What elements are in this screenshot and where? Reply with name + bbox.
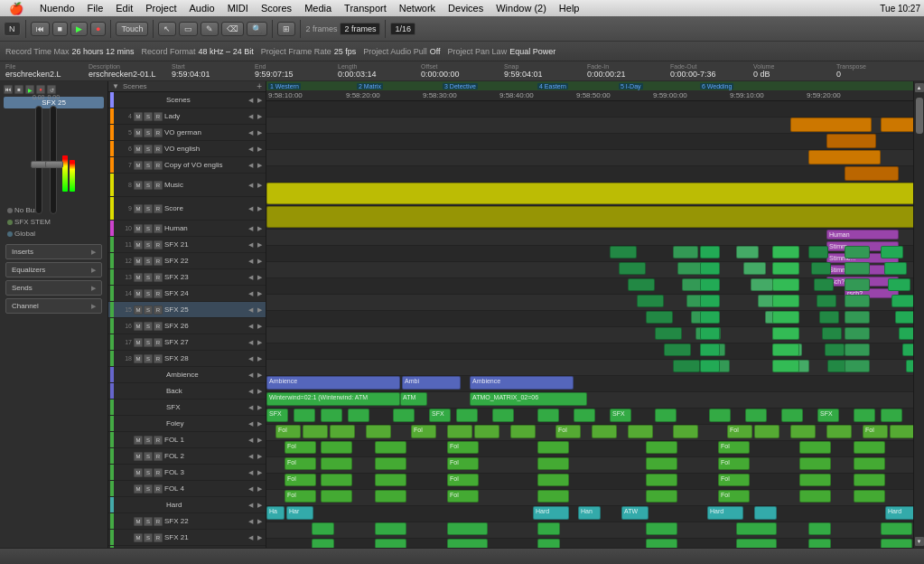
track-m-btn-25[interactable]: M (134, 517, 143, 526)
add-track-btn[interactable]: + (257, 81, 262, 91)
clip-[interactable] (854, 490, 885, 503)
clip-[interactable] (537, 490, 569, 503)
clip-[interactable] (891, 295, 913, 307)
clip-[interactable] (646, 441, 677, 454)
clip-[interactable] (375, 441, 406, 454)
track-r-btn-11[interactable]: R (154, 289, 163, 298)
track-r-btn-6[interactable]: R (154, 204, 163, 213)
clip-[interactable] (393, 409, 415, 422)
clip-[interactable] (884, 262, 907, 275)
clip-[interactable] (366, 425, 391, 438)
menu-file[interactable]: File (82, 3, 109, 14)
track-io-out-7[interactable]: ▶ (255, 225, 264, 232)
track-m-btn-26[interactable]: M (134, 533, 143, 542)
clip-[interactable] (700, 343, 720, 356)
track-row-sfx-26[interactable]: 16MSRSFX 26◀▶ (108, 318, 266, 334)
clip-[interactable] (628, 425, 653, 438)
clip-[interactable] (808, 246, 828, 258)
clip-winterwind021-winterwind-atm[interactable]: Winterwind=02:1 (Winterwind: ATM (266, 392, 400, 406)
clip-[interactable] (799, 474, 831, 486)
clip-[interactable] (845, 262, 870, 275)
track-row-lady[interactable]: 4MSRLady◀▶ (108, 108, 266, 125)
clip-[interactable] (799, 457, 831, 470)
clip-[interactable] (637, 295, 664, 307)
track-m-btn-20[interactable]: M (134, 436, 143, 445)
clip-[interactable] (790, 425, 816, 438)
clip-ha[interactable]: Ha (266, 506, 285, 520)
track-row-scenes[interactable]: Scenes◀▶ (108, 92, 266, 108)
track-io-out-11[interactable]: ▶ (255, 290, 264, 297)
clip-[interactable] (321, 409, 342, 422)
track-list-toggle[interactable]: ▼ (112, 82, 119, 90)
clip-[interactable] (610, 246, 637, 258)
track-io-out-16[interactable]: ▶ (255, 371, 264, 379)
track-io-in-1[interactable]: ◀ (246, 113, 255, 120)
track-s-btn-15[interactable]: S (144, 354, 153, 363)
clip-[interactable] (881, 539, 912, 548)
clip-fol[interactable]: Fol (411, 425, 436, 438)
clip-[interactable] (825, 343, 845, 356)
channel-btn[interactable]: Channel▶ (5, 298, 102, 314)
clip-[interactable] (906, 360, 913, 372)
track-io-out-21[interactable]: ▶ (255, 453, 264, 460)
draw-tool[interactable]: ✎ (201, 22, 219, 36)
track-row-sfx-21[interactable]: MSRSFX 21◀▶ (108, 530, 266, 546)
clip-[interactable] (312, 522, 334, 535)
inserts-btn[interactable]: Inserts▶ (5, 244, 102, 259)
track-row-vo-german[interactable]: 5MSRVO german◀▶ (108, 125, 266, 141)
clip-[interactable] (881, 118, 913, 132)
track-io-in-19[interactable]: ◀ (246, 420, 255, 428)
track-s-btn-13[interactable]: S (144, 322, 153, 331)
track-r-btn-20[interactable]: R (154, 436, 163, 445)
clip-[interactable] (854, 474, 885, 486)
track-row-ambience[interactable]: Ambience◀▶ (108, 367, 266, 383)
clip-[interactable] (537, 457, 569, 470)
track-io-out-24[interactable]: ▶ (255, 502, 264, 509)
clip-[interactable] (673, 360, 700, 372)
clip-[interactable] (772, 278, 799, 291)
track-row-vo-english[interactable]: 6MSRVO english◀▶ (108, 141, 266, 157)
track-m-btn-21[interactable]: M (134, 452, 143, 461)
track-row-sfx-23[interactable]: 13MSRSFX 23◀▶ (108, 269, 266, 286)
clip-[interactable] (817, 295, 836, 307)
clip-[interactable] (537, 409, 559, 422)
clip-[interactable] (646, 474, 677, 486)
track-m-btn-1[interactable]: M (134, 112, 143, 121)
clip-[interactable] (266, 206, 913, 228)
track-m-btn-6[interactable]: M (134, 204, 143, 213)
track-s-btn-11[interactable]: S (144, 289, 153, 298)
clip-ambi[interactable]: Ambi (402, 376, 461, 390)
track-row-sfx-22[interactable]: MSRSFX 22◀▶ (108, 513, 266, 530)
clip-[interactable] (375, 474, 406, 486)
track-row-copy-of-vo-englis[interactable]: 7MSRCopy of VO englis◀▶ (108, 157, 266, 174)
track-io-out-17[interactable]: ▶ (255, 388, 264, 395)
menu-devices[interactable]: Devices (443, 3, 489, 14)
clip-[interactable] (881, 409, 902, 422)
clip-han[interactable]: Han (578, 506, 601, 520)
track-row-sfx-24[interactable]: 14MSRSFX 24◀▶ (108, 286, 266, 302)
track-m-btn-5[interactable]: M (134, 181, 143, 190)
track-io-out-4[interactable]: ▶ (255, 162, 264, 169)
track-r-btn-22[interactable]: R (154, 468, 163, 477)
track-io-out-26[interactable]: ▶ (255, 534, 264, 541)
menu-scores[interactable]: Scores (256, 3, 297, 14)
track-s-btn-3[interactable]: S (144, 145, 153, 154)
clip-[interactable] (790, 118, 872, 132)
track-io-out-13[interactable]: ▶ (255, 323, 264, 330)
clip-[interactable] (375, 522, 406, 535)
track-row-music[interactable]: 8MSRMusic◀▶ (108, 174, 266, 197)
stop-btn[interactable]: ■ (52, 22, 68, 36)
record-btn[interactable]: ● (90, 22, 106, 36)
menu-network[interactable]: Network (394, 3, 441, 14)
clip-fol[interactable]: Fol (555, 425, 581, 438)
scroll-thumb[interactable] (916, 98, 923, 134)
clip-fol[interactable]: Fol (285, 474, 316, 486)
clip-[interactable] (772, 246, 799, 258)
clip-fol[interactable]: Fol (285, 457, 316, 470)
clip-atw[interactable]: ATW (621, 506, 649, 520)
track-row-sfx-28[interactable]: 18MSRSFX 28◀▶ (108, 351, 266, 367)
clip-[interactable] (754, 506, 777, 520)
track-r-btn-15[interactable]: R (154, 354, 163, 363)
track-m-btn-11[interactable]: M (134, 289, 143, 298)
track-m-btn-10[interactable]: M (134, 273, 143, 282)
